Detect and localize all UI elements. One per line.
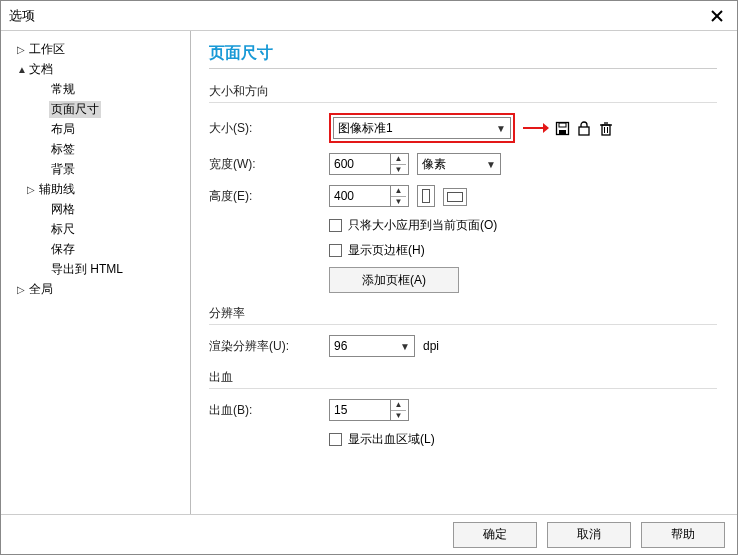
- size-highlight: 图像标准1 ▼: [329, 113, 515, 143]
- row-show-bleed: 显示出血区域(L): [329, 431, 717, 448]
- width-unit-select[interactable]: 像素 ▼: [417, 153, 501, 175]
- orientation-portrait-button[interactable]: [417, 185, 435, 207]
- tree-item-label: 布局: [49, 121, 77, 138]
- tree-item-label: 全局: [27, 281, 55, 298]
- chevron-down-icon[interactable]: ▼: [391, 197, 406, 207]
- row-show-frame: 显示页边框(H): [329, 242, 717, 259]
- row-apply-current: 只将大小应用到当前页面(O): [329, 217, 717, 234]
- tree-item[interactable]: ▷全局: [5, 279, 186, 299]
- tree-item-label: 工作区: [27, 41, 67, 58]
- tree-item[interactable]: 标尺: [5, 219, 186, 239]
- lock-icon: [577, 121, 591, 136]
- tree-item-label: 标签: [49, 141, 77, 158]
- tree-item-label: 文档: [27, 61, 55, 78]
- tree-item[interactable]: 布局: [5, 119, 186, 139]
- svg-rect-6: [559, 130, 566, 134]
- label-height: 高度(E):: [209, 188, 329, 205]
- chevron-down-icon: ▼: [496, 123, 506, 134]
- svg-rect-8: [602, 125, 610, 135]
- row-bleed: 出血(B): ▲▼: [209, 399, 717, 421]
- chevron-up-icon[interactable]: ▲: [391, 154, 406, 165]
- content-pane: 页面尺寸 大小和方向 大小(S): 图像标准1 ▼: [191, 31, 737, 514]
- tree-item[interactable]: ▷辅助线: [5, 179, 186, 199]
- show-frame-checkbox[interactable]: [329, 244, 342, 257]
- chevron-down-icon: ▼: [400, 341, 410, 352]
- tree-item-label: 导出到 HTML: [49, 261, 125, 278]
- chevron-up-icon[interactable]: ▲: [391, 400, 406, 411]
- height-input[interactable]: [330, 186, 390, 206]
- tree-item[interactable]: 常规: [5, 79, 186, 99]
- tree-item[interactable]: ▷工作区: [5, 39, 186, 59]
- show-frame-label: 显示页边框(H): [348, 242, 425, 259]
- tree-item[interactable]: 保存: [5, 239, 186, 259]
- apply-current-label: 只将大小应用到当前页面(O): [348, 217, 497, 234]
- ok-button[interactable]: 确定: [453, 522, 537, 548]
- window-title: 选项: [9, 7, 705, 25]
- tree-caret-icon: ▷: [27, 184, 37, 195]
- row-size: 大小(S): 图像标准1 ▼: [209, 113, 717, 143]
- svg-rect-7: [579, 127, 589, 135]
- tree-item[interactable]: 背景: [5, 159, 186, 179]
- tree-caret-icon: ▷: [17, 44, 27, 55]
- width-unit-value: 像素: [422, 156, 446, 173]
- help-button[interactable]: 帮助: [641, 522, 725, 548]
- tree-item-label: 背景: [49, 161, 77, 178]
- row-height: 高度(E): ▲▼: [209, 185, 717, 207]
- apply-current-checkbox[interactable]: [329, 219, 342, 232]
- row-width: 宽度(W): ▲▼ 像素 ▼: [209, 153, 717, 175]
- tree-caret-icon: ▲: [17, 64, 27, 75]
- save-preset-button[interactable]: [552, 118, 572, 138]
- add-frame-button[interactable]: 添加页框(A): [329, 267, 459, 293]
- close-button[interactable]: [705, 4, 729, 28]
- bleed-spinner[interactable]: ▲▼: [329, 399, 409, 421]
- tree-caret-icon: ▷: [17, 284, 27, 295]
- tree-item[interactable]: 页面尺寸: [5, 99, 186, 119]
- row-render-resolution: 渲染分辨率(U): 96 ▼ dpi: [209, 335, 717, 357]
- width-spin-buttons[interactable]: ▲▼: [390, 154, 406, 174]
- arrow-right-icon: [523, 121, 549, 135]
- dialog-footer: 确定 取消 帮助: [1, 514, 737, 554]
- chevron-down-icon[interactable]: ▼: [391, 165, 406, 175]
- tree-item[interactable]: 导出到 HTML: [5, 259, 186, 279]
- dialog-body: ▷工作区▲文档常规页面尺寸布局标签背景▷辅助线网格标尺保存导出到 HTML▷全局…: [1, 31, 737, 514]
- close-icon: [710, 9, 724, 23]
- dpi-label: dpi: [423, 339, 439, 353]
- bleed-spin-buttons[interactable]: ▲▼: [390, 400, 406, 420]
- label-size: 大小(S):: [209, 120, 329, 137]
- group-resolution: 分辨率: [209, 305, 717, 325]
- options-dialog: 选项 ▷工作区▲文档常规页面尺寸布局标签背景▷辅助线网格标尺保存导出到 HTML…: [0, 0, 738, 555]
- tree-item-label: 网格: [49, 201, 77, 218]
- trash-icon: [599, 121, 613, 136]
- height-spinner[interactable]: ▲▼: [329, 185, 409, 207]
- show-bleed-checkbox[interactable]: [329, 433, 342, 446]
- size-preset-select[interactable]: 图像标准1 ▼: [333, 117, 511, 139]
- tree-item[interactable]: ▲文档: [5, 59, 186, 79]
- height-spin-buttons[interactable]: ▲▼: [390, 186, 406, 206]
- preset-iconbar: [521, 118, 617, 138]
- group-bleed: 出血: [209, 369, 717, 389]
- show-bleed-label: 显示出血区域(L): [348, 431, 435, 448]
- titlebar: 选项: [1, 1, 737, 31]
- chevron-down-icon[interactable]: ▼: [391, 411, 406, 421]
- svg-marker-3: [543, 123, 549, 133]
- page-title: 页面尺寸: [209, 43, 717, 69]
- orientation-landscape-button[interactable]: [443, 188, 467, 206]
- tree-item[interactable]: 标签: [5, 139, 186, 159]
- size-preset-value: 图像标准1: [338, 120, 393, 137]
- tree-item-label: 标尺: [49, 221, 77, 238]
- chevron-up-icon[interactable]: ▲: [391, 186, 406, 197]
- render-resolution-value: 96: [334, 339, 347, 353]
- tree-item-label: 页面尺寸: [49, 101, 101, 118]
- save-icon: [555, 121, 570, 136]
- cancel-button[interactable]: 取消: [547, 522, 631, 548]
- lock-preset-button[interactable]: [574, 118, 594, 138]
- tree-item[interactable]: 网格: [5, 199, 186, 219]
- delete-preset-button[interactable]: [596, 118, 616, 138]
- label-bleed: 出血(B):: [209, 402, 329, 419]
- width-input[interactable]: [330, 154, 390, 174]
- bleed-input[interactable]: [330, 400, 390, 420]
- tree-item-label: 辅助线: [37, 181, 77, 198]
- sidebar-tree[interactable]: ▷工作区▲文档常规页面尺寸布局标签背景▷辅助线网格标尺保存导出到 HTML▷全局: [1, 31, 191, 514]
- width-spinner[interactable]: ▲▼: [329, 153, 409, 175]
- render-resolution-select[interactable]: 96 ▼: [329, 335, 415, 357]
